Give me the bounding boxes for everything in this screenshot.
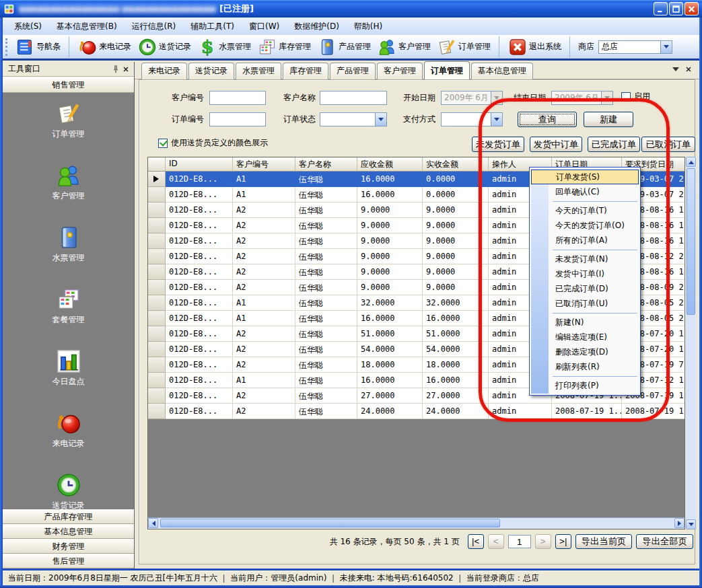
page-number-input[interactable]	[508, 535, 531, 548]
row-selector-cell[interactable]	[148, 172, 166, 187]
chevron-down-icon[interactable]	[491, 113, 502, 126]
context-menu-item[interactable]: 今天的订单(T)	[531, 203, 639, 218]
menu-item[interactable]: 帮助(H)	[347, 18, 390, 35]
minimize-button[interactable]	[654, 2, 668, 15]
checkbox-checked-icon[interactable]	[158, 139, 168, 148]
toolbar-button[interactable]: 退出系统	[505, 36, 570, 58]
row-selector-cell[interactable]	[148, 295, 166, 311]
menu-item[interactable]: 系统(S)	[7, 18, 49, 35]
sidebar-item[interactable]: 送货记录	[52, 472, 85, 511]
new-button[interactable]: 新建	[584, 112, 633, 127]
prev-page-button[interactable]: <	[488, 534, 504, 549]
context-menu-item[interactable]: 订单发货(S)	[531, 170, 639, 184]
customer-code-input[interactable]	[209, 91, 266, 105]
row-selector-cell[interactable]	[148, 203, 166, 218]
context-menu-item[interactable]: 未发货订单(N)	[531, 252, 639, 266]
document-tab[interactable]: 客户管理	[377, 63, 423, 79]
horizontal-scroll-thumb[interactable]	[160, 519, 500, 527]
pin-icon[interactable]	[110, 64, 120, 74]
document-tab[interactable]: 水票管理	[236, 63, 281, 79]
first-page-button[interactable]: |<	[468, 534, 484, 549]
toolbar-button[interactable]: 库存管理	[254, 36, 314, 58]
sidebar-item[interactable]: 水票管理	[52, 225, 85, 264]
sidebar-section-bar[interactable]: 基本信息管理	[3, 524, 134, 539]
chevron-down-icon[interactable]	[601, 91, 612, 104]
order-code-input[interactable]	[209, 112, 266, 126]
context-menu-item[interactable]: 新建(N)	[531, 315, 639, 330]
sidebar-item[interactable]: 客户管理	[52, 163, 85, 202]
export-all-pages-button[interactable]: 导出全部页	[636, 534, 693, 549]
status-filter-button[interactable]: 发货中订单	[530, 137, 582, 152]
chevron-down-icon[interactable]	[375, 113, 386, 126]
table-row[interactable]: 012D-E8... A2 伍华聪 24.0000 24.0000 admin …	[148, 404, 685, 419]
row-selector-cell[interactable]	[148, 404, 166, 419]
toolbar-button[interactable]: 订单管理	[434, 36, 499, 58]
document-tab[interactable]: 基本信息管理	[471, 63, 533, 79]
context-menu-item[interactable]: 发货中订单(I)	[531, 266, 639, 281]
toolbar-button[interactable]: 客户管理	[374, 36, 434, 58]
maximize-button[interactable]	[669, 2, 683, 15]
row-selector-cell[interactable]	[148, 187, 166, 203]
customer-name-input[interactable]	[320, 91, 387, 105]
context-menu-item[interactable]: 刷新列表(R)	[531, 359, 639, 374]
context-menu-item[interactable]: 今天的发货订单(O)	[531, 218, 639, 233]
row-selector-cell[interactable]	[148, 233, 166, 249]
chevron-down-icon[interactable]	[660, 41, 672, 53]
last-page-button[interactable]: >|	[555, 534, 571, 549]
scroll-up-icon[interactable]	[686, 157, 696, 167]
grid-column-header[interactable]: 实收金额	[423, 157, 489, 172]
grid-column-header[interactable]: 应收金额	[357, 157, 423, 172]
context-menu-item[interactable]: 打印列表(P)	[531, 378, 639, 393]
tab-close-icon[interactable]	[685, 65, 693, 73]
toolbar-grip[interactable]	[5, 38, 9, 56]
row-selector-cell[interactable]	[148, 373, 166, 388]
end-date-picker[interactable]: 2009年 6月 8日	[551, 91, 613, 105]
status-filter-button[interactable]: 已完成订单	[588, 137, 640, 152]
context-menu-item[interactable]: 已取消订单(U)	[531, 296, 639, 311]
query-button[interactable]: 查询	[518, 112, 577, 127]
row-selector-cell[interactable]	[148, 326, 166, 342]
context-menu-item[interactable]: 编辑选定项(E)	[531, 330, 639, 344]
sidebar-item[interactable]: 订单管理	[52, 101, 85, 140]
document-tab[interactable]: 产品管理	[330, 63, 376, 79]
toolbar-button[interactable]: 送货记录	[135, 36, 195, 58]
row-selector-cell[interactable]	[148, 388, 166, 404]
context-menu-item[interactable]: 所有的订单(A)	[531, 233, 639, 248]
row-selector-cell[interactable]	[148, 264, 166, 280]
tab-list-dropdown-icon[interactable]	[672, 67, 679, 75]
document-tab[interactable]: 来电记录	[141, 63, 187, 79]
vertical-scroll-thumb[interactable]	[687, 168, 695, 315]
start-date-picker[interactable]: 2009年 6月 8日	[441, 91, 503, 105]
sidebar-item[interactable]: 来电记录	[52, 410, 85, 449]
sidebar-section-bar[interactable]: 财务管理	[3, 539, 134, 554]
chevron-down-icon[interactable]	[491, 91, 502, 104]
context-menu-item[interactable]: 删除选定项(D)	[531, 344, 639, 359]
sidebar-section-bar[interactable]: 产品库存管理	[3, 509, 134, 524]
status-filter-button[interactable]: 未发货订单	[472, 137, 524, 152]
shop-select[interactable]: 总店	[598, 40, 672, 54]
sidebar-item[interactable]: 今日盘点	[52, 348, 85, 388]
next-page-button[interactable]: >	[535, 534, 551, 549]
document-tab[interactable]: 订单管理	[424, 61, 470, 79]
sidebar-item[interactable]: 套餐管理	[52, 287, 85, 326]
menu-item[interactable]: 基本信息管理(B)	[49, 18, 125, 35]
scroll-right-icon[interactable]	[674, 518, 685, 528]
menu-item[interactable]: 数据维护(D)	[287, 18, 347, 35]
document-tab[interactable]: 库存管理	[283, 63, 328, 79]
context-menu-item[interactable]: 回单确认(C)	[531, 184, 639, 199]
row-selector-cell[interactable]	[148, 342, 166, 357]
enable-date-checkbox[interactable]: 启用	[621, 91, 650, 102]
grid-column-header[interactable]: ID	[166, 157, 233, 172]
row-selector-cell[interactable]	[148, 280, 166, 295]
toolbar-button[interactable]: 来电记录	[75, 36, 135, 58]
row-selector-cell[interactable]	[148, 357, 166, 373]
vertical-scrollbar[interactable]	[686, 157, 696, 529]
horizontal-scrollbar[interactable]	[148, 517, 685, 529]
color-display-checkbox[interactable]: 使用送货员定义的颜色展示	[158, 137, 268, 149]
sidebar-close-icon[interactable]	[120, 64, 131, 74]
order-status-select[interactable]	[320, 112, 387, 126]
pay-method-select[interactable]	[441, 112, 503, 126]
export-current-page-button[interactable]: 导出当前页	[575, 534, 633, 549]
scroll-left-icon[interactable]	[148, 518, 158, 528]
toolbar-button[interactable]: 导航条	[12, 36, 69, 58]
